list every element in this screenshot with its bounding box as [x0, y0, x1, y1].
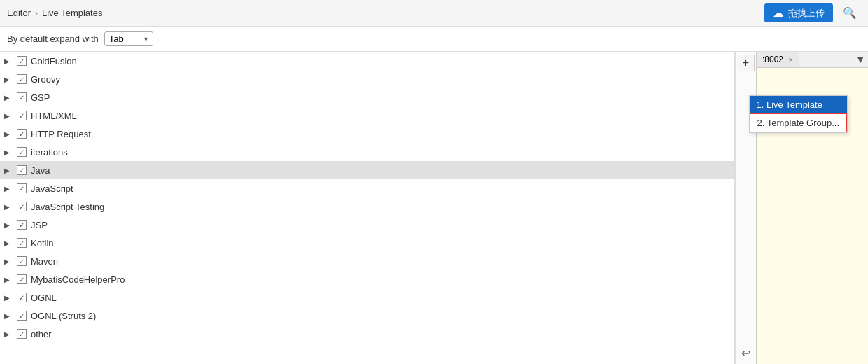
- template-group-item-ognl[interactable]: ▶OGNL: [0, 288, 734, 307]
- template-group-item-groovy[interactable]: ▶Groovy: [0, 70, 734, 88]
- tab-close-icon[interactable]: ×: [788, 55, 792, 64]
- templates-list: ▶ColdFusion▶Groovy▶GSP▶HTML/XML▶HTTP Req…: [0, 52, 735, 364]
- group-label-javascript: JavaScript: [31, 183, 74, 194]
- settings-bar: By default expand with Tab Enter Space: [0, 27, 868, 52]
- template-group-item-htmlxml[interactable]: ▶HTML/XML: [0, 106, 734, 125]
- checkbox-ognlstruts[interactable]: [17, 311, 27, 321]
- group-label-other: other: [31, 329, 52, 340]
- expand-arrow-coldfusion: ▶: [4, 57, 14, 65]
- checkbox-other[interactable]: [17, 329, 27, 339]
- checkbox-mybatiscodehelper[interactable]: [17, 274, 27, 284]
- expand-arrow-ognlstruts: ▶: [4, 312, 14, 320]
- breadcrumb: Editor › Live Templates: [7, 8, 102, 18]
- checkbox-httprequest[interactable]: [17, 129, 27, 139]
- dropdown-panel: 1. Live Template 2. Template Group...: [749, 95, 848, 133]
- dropdown-item-template-group[interactable]: 2. Template Group...: [750, 113, 848, 132]
- expand-arrow-maven: ▶: [4, 258, 14, 265]
- template-group-item-gsp[interactable]: ▶GSP: [0, 88, 734, 106]
- expand-arrow-mybatiscodehelper: ▶: [4, 276, 14, 284]
- checkbox-maven[interactable]: [17, 256, 27, 266]
- group-label-groovy: Groovy: [31, 74, 60, 85]
- cloud-icon: ☁: [773, 6, 784, 20]
- group-label-gsp: GSP: [31, 92, 50, 103]
- checkbox-iterations[interactable]: [17, 147, 27, 157]
- group-label-ognl: OGNL: [31, 293, 57, 303]
- left-panel: ▶ColdFusion▶Groovy▶GSP▶HTML/XML▶HTTP Req…: [0, 52, 735, 364]
- template-group-item-kotlin[interactable]: ▶Kotlin: [0, 234, 734, 252]
- checkbox-htmlxml[interactable]: [17, 111, 27, 120]
- group-label-httprequest: HTTP Request: [31, 129, 91, 139]
- expand-arrow-httprequest: ▶: [4, 130, 14, 138]
- main-window: Editor › Live Templates ☁ 拖拽上传 🔍 By defa…: [0, 0, 868, 364]
- checkbox-ognl[interactable]: [17, 293, 27, 302]
- template-group-item-iterations[interactable]: ▶iterations: [0, 143, 734, 161]
- expand-arrow-javascript: ▶: [4, 185, 14, 192]
- checkbox-groovy[interactable]: [17, 74, 27, 84]
- undo-button[interactable]: ↩: [738, 344, 755, 361]
- tab-label: :8002: [762, 55, 783, 64]
- template-group-item-mybatiscodehelper[interactable]: ▶MybatisCodeHelperPro: [0, 270, 734, 288]
- expand-arrow-iterations: ▶: [4, 148, 14, 156]
- checkbox-kotlin[interactable]: [17, 238, 27, 248]
- group-label-ognlstruts: OGNL (Struts 2): [31, 311, 96, 321]
- expand-select-wrapper: Tab Enter Space: [104, 31, 153, 46]
- template-group-item-maven[interactable]: ▶Maven: [0, 252, 734, 270]
- group-label-mybatiscodehelper: MybatisCodeHelperPro: [31, 274, 125, 285]
- editor-container: ▶ColdFusion▶Groovy▶GSP▶HTML/XML▶HTTP Req…: [0, 52, 868, 364]
- breadcrumb-part1: Editor: [7, 8, 31, 18]
- template-group-item-coldfusion[interactable]: ▶ColdFusion: [0, 52, 734, 70]
- dots-menu-button[interactable]: ▼: [855, 54, 865, 65]
- template-group-item-httprequest[interactable]: ▶HTTP Request: [0, 125, 734, 143]
- dropdown-item-live-template[interactable]: 1. Live Template: [750, 96, 848, 113]
- expand-arrow-other: ▶: [4, 330, 14, 338]
- add-button[interactable]: +: [738, 55, 755, 71]
- group-label-coldfusion: ColdFusion: [31, 56, 77, 66]
- template-group-item-ognlstruts[interactable]: ▶OGNL (Struts 2): [0, 307, 734, 325]
- template-group-item-jsp[interactable]: ▶JSP: [0, 216, 734, 234]
- top-bar: Editor › Live Templates ☁ 拖拽上传 🔍: [0, 0, 868, 27]
- group-label-maven: Maven: [31, 256, 58, 267]
- checkbox-coldfusion[interactable]: [17, 56, 27, 66]
- group-label-htmlxml: HTML/XML: [31, 111, 77, 121]
- upload-label: 拖拽上传: [788, 7, 825, 20]
- checkbox-javascripttesting[interactable]: [17, 202, 27, 211]
- template-group-item-other[interactable]: ▶other: [0, 325, 734, 343]
- checkbox-gsp[interactable]: [17, 92, 27, 102]
- group-label-javascripttesting: JavaScript Testing: [31, 202, 104, 212]
- checkbox-java[interactable]: [17, 165, 27, 175]
- expand-arrow-gsp: ▶: [4, 94, 14, 102]
- top-right-actions: ☁ 拖拽上传 🔍: [764, 4, 861, 22]
- expand-arrow-javascripttesting: ▶: [4, 203, 14, 211]
- template-group-item-java[interactable]: ▶Java: [0, 161, 734, 179]
- expand-select[interactable]: Tab Enter Space: [104, 31, 153, 46]
- breadcrumb-separator: ›: [35, 8, 38, 18]
- expand-arrow-kotlin: ▶: [4, 239, 14, 247]
- expand-arrow-htmlxml: ▶: [4, 112, 14, 120]
- checkbox-jsp[interactable]: [17, 220, 27, 230]
- right-actions-panel: + 1. Live Template 2. Template Group... …: [735, 52, 868, 364]
- search-button[interactable]: 🔍: [839, 5, 861, 21]
- template-group-item-javascripttesting[interactable]: ▶JavaScript Testing: [0, 197, 734, 216]
- upload-button[interactable]: ☁ 拖拽上传: [764, 4, 833, 22]
- checkbox-javascript[interactable]: [17, 183, 27, 193]
- expand-arrow-jsp: ▶: [4, 221, 14, 229]
- expand-arrow-groovy: ▶: [4, 76, 14, 83]
- tab-8002[interactable]: :8002 ×: [757, 52, 799, 67]
- group-label-iterations: iterations: [31, 147, 68, 158]
- group-label-kotlin: Kotlin: [31, 238, 54, 248]
- right-toolbar: + 1. Live Template 2. Template Group... …: [735, 52, 756, 364]
- breadcrumb-part2: Live Templates: [42, 8, 102, 18]
- expand-label: By default expand with: [7, 34, 99, 44]
- right-tab-header: :8002 × ▼: [757, 52, 868, 68]
- expand-arrow-java: ▶: [4, 167, 14, 174]
- group-label-jsp: JSP: [31, 220, 48, 230]
- template-group-item-javascript[interactable]: ▶JavaScript: [0, 179, 734, 197]
- expand-arrow-ognl: ▶: [4, 294, 14, 302]
- group-label-java: Java: [31, 165, 50, 176]
